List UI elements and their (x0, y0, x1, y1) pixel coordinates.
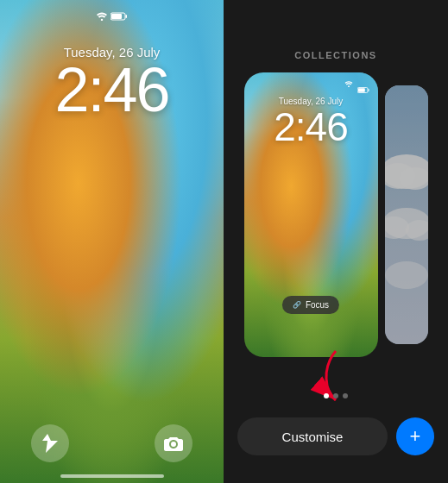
collections-panel: COLLECTIONS (224, 0, 448, 483)
lockscreen-time: 2:46 (0, 59, 224, 121)
svg-rect-2 (126, 15, 128, 18)
lockscreen-bottom-bar (0, 424, 224, 462)
preview-status-bar (253, 81, 369, 97)
status-bar (0, 12, 224, 22)
preview-time: 2:46 (244, 107, 378, 147)
svg-rect-8 (357, 88, 364, 91)
side-lockscreen-card[interactable] (385, 85, 428, 344)
preview-lockscreen-card[interactable]: Tuesday, 26 July 2:46 🔗 Focus (244, 72, 378, 357)
add-lockscreen-button[interactable]: + (396, 417, 434, 455)
home-indicator (60, 474, 164, 478)
bottom-actions: Customise + (224, 417, 448, 455)
flashlight-button[interactable] (31, 424, 69, 462)
battery-icon (110, 12, 128, 22)
focus-badge: 🔗 Focus (282, 296, 339, 314)
camera-button[interactable] (155, 424, 192, 462)
preview-wifi-icon (344, 81, 353, 97)
svg-point-4 (171, 442, 176, 447)
customise-button[interactable]: Customise (237, 417, 388, 455)
svg-point-5 (348, 85, 350, 87)
collections-carousel[interactable]: Tuesday, 26 July 2:46 🔗 Focus (224, 72, 448, 357)
side-card-background (385, 85, 428, 344)
dot-1 (324, 393, 329, 398)
dot-3 (343, 393, 348, 398)
collections-title: COLLECTIONS (294, 50, 376, 60)
svg-rect-3 (111, 14, 122, 19)
page-dot-indicator (324, 393, 348, 398)
wifi-icon (96, 12, 108, 22)
plus-icon: + (410, 425, 421, 448)
svg-point-0 (101, 19, 103, 21)
dot-2 (333, 393, 338, 398)
focus-link-icon: 🔗 (293, 301, 301, 309)
preview-battery-icon (357, 81, 369, 97)
left-lockscreen-panel: Tuesday, 26 July 2:46 (0, 0, 224, 483)
svg-rect-7 (368, 89, 369, 91)
focus-label: Focus (306, 300, 329, 310)
svg-point-16 (385, 261, 428, 289)
